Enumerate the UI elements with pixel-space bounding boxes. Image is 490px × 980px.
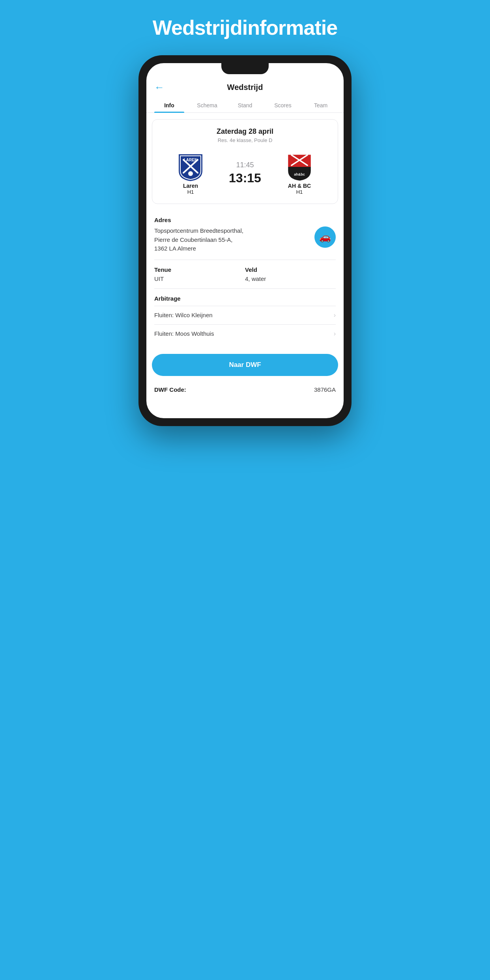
dwf-label: Naar DWF [229,361,261,368]
score-preliminary-time: 11:45 [236,161,254,169]
address-text: Topsportcentrum Breedtesporthal, Pierre … [154,226,314,253]
score-main-time: 13:15 [229,171,261,185]
arbitrage-item-0[interactable]: Fluiten: Wilco Kleijnen › [154,306,336,324]
arbitrage-name-0: Fluiten: Wilco Kleijnen [154,312,213,318]
arbitrage-section: Arbitrage Fluiten: Wilco Kleijnen › Flui… [146,289,344,346]
chevron-icon-1: › [334,330,336,337]
ahbc-logo: ah&bc [284,151,315,183]
address-section: Adres Topsportcentrum Breedtesporthal, P… [146,210,344,260]
tab-scores[interactable]: Scores [264,98,302,112]
home-team: LAREN Laren H1 [165,151,216,195]
tenue-label: Tenue [154,266,245,273]
match-card: Zaterdag 28 april Res. 4e klasse, Poule … [152,119,338,204]
app-content: ← Wedstrijd Info Schema Stand Scores Tea… [146,63,344,418]
map-button[interactable]: 🚗 [314,226,336,248]
car-icon: 🚗 [319,232,331,243]
away-team: ah&bc AH & BC H1 [274,151,325,195]
arbitrage-name-1: Fluiten: Moos Wolthuis [154,330,214,337]
dwf-code-value: 3876GA [314,386,336,393]
veld-value: 4, water [245,275,336,282]
dwf-code-label: DWF Code: [154,386,186,393]
tab-team[interactable]: Team [302,98,340,112]
away-team-name: AH & BC [288,183,311,189]
match-league: Res. 4e klasse, Poule D [159,137,331,143]
header-title: Wedstrijd [227,83,263,92]
phone-frame: ← Wedstrijd Info Schema Stand Scores Tea… [138,55,352,426]
arbitrage-item-1[interactable]: Fluiten: Moos Wolthuis › [154,324,336,343]
dwf-button[interactable]: Naar DWF [152,354,338,376]
tenue-veld-row: Tenue UIT Veld 4, water [146,260,344,288]
score-area: 11:45 13:15 [229,161,261,185]
notch [221,63,269,74]
phone-screen: ← Wedstrijd Info Schema Stand Scores Tea… [146,63,344,418]
match-date: Zaterdag 28 april [159,127,331,136]
tab-info[interactable]: Info [150,98,188,112]
tab-stand[interactable]: Stand [226,98,264,112]
svg-text:LAREN: LAREN [184,158,197,162]
home-team-name: Laren [183,183,198,189]
address-row: Topsportcentrum Breedtesporthal, Pierre … [154,226,336,253]
dwf-code-row: DWF Code: 3876GA [146,382,344,401]
app-header: ← Wedstrijd [146,74,344,98]
away-team-sub: H1 [296,189,303,195]
match-teams: LAREN Laren H1 11:45 13:15 [159,151,331,195]
back-button[interactable]: ← [154,81,165,94]
laren-logo: LAREN [175,151,206,183]
veld-col: Veld 4, water [245,266,336,282]
svg-text:ah&bc: ah&bc [294,172,305,176]
arbitrage-label: Arbitrage [154,295,336,302]
tenue-value: UIT [154,275,245,282]
veld-label: Veld [245,266,336,273]
home-team-sub: H1 [187,189,194,195]
svg-point-2 [188,171,193,176]
tabs-bar: Info Schema Stand Scores Team [146,98,344,113]
tab-schema[interactable]: Schema [188,98,226,112]
tenue-col: Tenue UIT [154,266,245,282]
page-title: Wedstrijdinformatie [153,16,337,39]
address-label: Adres [154,217,336,223]
chevron-icon-0: › [334,312,336,319]
